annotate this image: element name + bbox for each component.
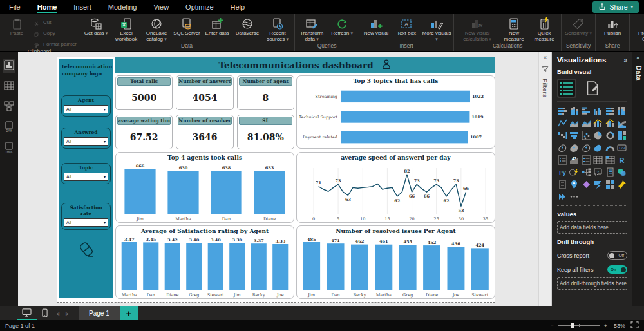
decomposition-tree-icon[interactable] [581,167,591,177]
chart-topics[interactable]: Top 3 topics that has callsStreaming1022… [296,75,495,149]
menu-help[interactable]: Help [231,1,245,13]
format-visual-tab[interactable] [583,79,602,98]
chart-agents[interactable]: Top 4 agents took calls666Jim630Martha63… [115,152,294,223]
fit-to-page-icon[interactable] [630,321,639,330]
dataverse-button[interactable]: Dataverse [232,15,262,36]
filters-pane-collapsed[interactable]: « Filters [538,52,552,306]
power-apps-icon[interactable] [581,179,591,189]
funnel-chart-icon[interactable] [569,130,580,140]
sql-server-button[interactable]: SQL Server [172,15,202,36]
map-icon[interactable] [557,142,567,153]
refresh-button[interactable]: Refresh ▾ [327,15,357,36]
matrix-icon[interactable] [605,155,615,165]
collapse-pane-icon[interactable]: » [623,57,627,64]
kpi-card-number-of-answerd-calls[interactable]: Number of answerd calls 4054 [176,75,233,110]
transform-data-button[interactable]: Transform data ▾ [297,15,327,42]
format-painter-button[interactable]: Format painter [32,40,77,48]
pin-icon[interactable] [617,179,627,189]
desktop-layout-button[interactable] [17,306,37,320]
more-options-icon[interactable] [569,191,580,202]
build-visual-tab[interactable] [557,79,576,98]
keep-all-filters-toggle[interactable]: On [607,265,627,274]
prep-data-for-copilot-ai-button[interactable]: Prep data for Copilot AI [632,15,644,42]
menu-home[interactable]: Home [37,1,57,13]
100-stacked-column-chart-icon[interactable] [617,106,627,116]
recent-sources-button[interactable]: Recent sources ▾ [263,15,292,42]
stacked-bar-chart-icon[interactable] [557,106,567,116]
new-visual-button[interactable]: New visual [361,15,391,36]
chart-resolved[interactable]: Number of resolved issues Per Agent485Ji… [296,225,495,299]
new-measure-button[interactable]: New measure [499,15,529,42]
slicer-dropdown-answred[interactable]: All ▾ [64,137,108,146]
python-visual-icon[interactable]: Py [557,167,567,177]
new-page-button[interactable]: + [120,306,138,320]
line-and-clustered-column-chart-icon[interactable] [605,118,615,128]
kpi-card-number-of-resolved-issues[interactable]: Number of resolved issues 3646 [176,115,233,149]
more-visuals-button[interactable]: More visuals ▾ [422,15,451,42]
previous-page-icon[interactable]: ◃ [53,306,62,320]
small-multiples-icon[interactable] [605,179,615,189]
get-more-visuals-icon[interactable] [557,191,567,202]
zoom-out-button[interactable]: − [550,323,553,329]
expand-filters-icon[interactable]: « [544,54,547,61]
stacked-area-chart-icon[interactable] [581,118,591,128]
clear-filters-button[interactable] [59,238,113,263]
multi-row-card-icon[interactable] [557,155,567,165]
menu-view[interactable]: View [153,1,169,13]
line-chart-icon[interactable] [557,118,567,128]
chart-speed[interactable]: average speed of answerd per day05101520… [296,152,495,223]
treemap-icon[interactable] [617,130,627,140]
cut-button[interactable]: Cut [32,18,77,26]
pie-chart-icon[interactable] [593,130,603,140]
metrics-icon[interactable] [617,167,627,177]
slicer-dropdown-topic[interactable]: All ▾ [64,173,108,181]
kpi-icon[interactable]: 42 [569,155,580,165]
clustered-column-chart-icon[interactable] [593,106,603,116]
get-data-button[interactable]: Get data ▾ [81,15,111,36]
share-button[interactable]: Share ▾ [592,1,639,13]
tmdl-view-button[interactable]: TMDL [3,142,15,156]
menu-insert[interactable]: Insert [73,1,91,13]
gauge-icon[interactable] [605,142,615,153]
clustered-bar-chart-icon[interactable] [581,106,591,116]
sensitivity-button[interactable]: Sensitivity ▾ [564,15,593,36]
zoom-in-button[interactable]: + [604,323,607,329]
model-view-button[interactable] [3,100,15,115]
cross-report-toggle[interactable]: Off [607,251,627,260]
slicer-dropdown-satisfaction-rate[interactable]: All ▾ [64,218,108,227]
paginated-report-icon[interactable] [557,179,567,189]
waterfall-chart-icon[interactable] [557,130,567,140]
kpi-card-average-wating-time[interactable]: average wating time 67.52 [115,115,173,149]
q-and-a-icon[interactable]: ? [593,167,603,177]
menu-modeling[interactable]: Modeling [108,1,137,13]
quick-measure-button[interactable]: Quick measure [529,15,559,42]
zoom-slider-handle[interactable] [571,323,574,328]
area-chart-icon[interactable] [569,118,580,128]
mobile-layout-button[interactable] [37,306,53,320]
next-page-icon[interactable]: ▹ [62,306,72,320]
onelake-catalog-button[interactable]: OneLake catalog ▾ [142,15,171,42]
table-view-button[interactable] [3,80,15,94]
filled-map-icon[interactable] [569,142,580,153]
copy-button[interactable]: Copy [32,29,77,37]
slicer-icon[interactable] [581,155,591,165]
kpi-card-total-calls[interactable]: Total calls 5000 [115,75,173,110]
paste-button[interactable]: Paste [2,15,32,36]
shape-map-icon[interactable] [581,142,591,153]
enter-data-button[interactable]: Enter data [202,15,232,36]
azure-map-icon[interactable] [593,142,603,153]
key-influencers-icon[interactable] [569,167,580,177]
donut-chart-icon[interactable] [605,130,615,140]
excel-workbook-button[interactable]: XExcel workbook [111,15,141,42]
slicer-dropdown-agent[interactable]: All ▾ [64,105,108,113]
add-data-fields-dropzone[interactable]: Add data fields here [557,221,627,234]
dax-query-view-button[interactable]: DAX [3,121,15,135]
add-drill-through-fields-dropzone[interactable]: Add drill-through fields here [557,277,627,290]
100-stacked-bar-chart-icon[interactable] [605,106,615,116]
card-icon[interactable]: 123 [617,142,627,153]
page-tab[interactable]: Page 1 [79,306,120,320]
kpi-card-sl[interactable]: SL 81.08% [237,115,294,149]
smart-narrative-icon[interactable] [605,167,615,177]
report-view-button[interactable] [3,59,15,73]
table-icon[interactable] [593,155,603,165]
